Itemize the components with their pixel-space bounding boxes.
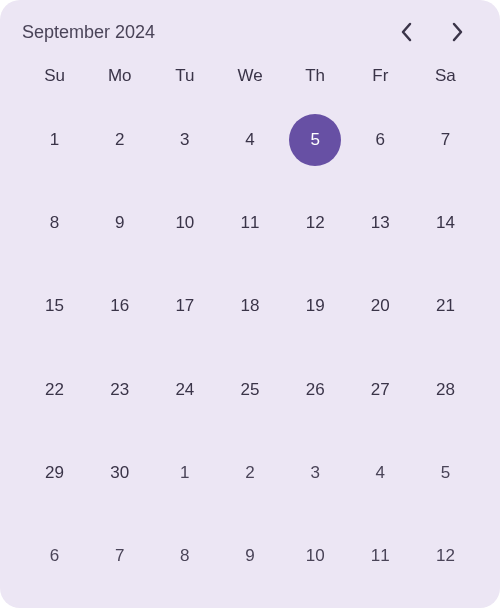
weekday-label: Su: [22, 60, 87, 92]
day-cell[interactable]: 10: [152, 181, 217, 264]
chevron-right-icon: [452, 22, 464, 42]
day-number: 22: [45, 380, 64, 400]
day-number: 15: [45, 296, 64, 316]
day-cell[interactable]: 9: [87, 181, 152, 264]
next-month-button[interactable]: [444, 18, 472, 46]
day-cell[interactable]: 27: [348, 348, 413, 431]
day-cell[interactable]: 10: [283, 515, 348, 598]
day-number: 6: [50, 546, 59, 566]
weekday-label: Mo: [87, 60, 152, 92]
day-number: 10: [175, 213, 194, 233]
day-number: 12: [306, 213, 325, 233]
day-cell[interactable]: 8: [152, 515, 217, 598]
day-number: 1: [180, 463, 189, 483]
month-year-title: September 2024: [22, 22, 155, 43]
day-number: 9: [245, 546, 254, 566]
day-number: 13: [371, 213, 390, 233]
day-number: 9: [115, 213, 124, 233]
day-number: 14: [436, 213, 455, 233]
day-number: 24: [175, 380, 194, 400]
month-nav: [392, 18, 478, 46]
weekday-label: Th: [283, 60, 348, 92]
day-number: 11: [241, 213, 260, 233]
day-number: 7: [441, 130, 450, 150]
day-cell[interactable]: 2: [87, 98, 152, 181]
day-cell[interactable]: 23: [87, 348, 152, 431]
day-number: 27: [371, 380, 390, 400]
day-number: 25: [241, 380, 260, 400]
day-number: 5: [441, 463, 450, 483]
day-number: 29: [45, 463, 64, 483]
day-cell[interactable]: 17: [152, 265, 217, 348]
prev-month-button[interactable]: [392, 18, 420, 46]
day-cell[interactable]: 5: [283, 98, 348, 181]
weekday-label: Tu: [152, 60, 217, 92]
day-cell[interactable]: 16: [87, 265, 152, 348]
day-number: 21: [436, 296, 455, 316]
day-number: 19: [306, 296, 325, 316]
calendar-header: September 2024: [22, 18, 478, 46]
day-cell[interactable]: 7: [87, 515, 152, 598]
weekday-label: We: [217, 60, 282, 92]
day-cell[interactable]: 14: [413, 181, 478, 264]
day-cell[interactable]: 9: [217, 515, 282, 598]
day-cell[interactable]: 6: [22, 515, 87, 598]
day-cell[interactable]: 15: [22, 265, 87, 348]
day-cell[interactable]: 28: [413, 348, 478, 431]
day-number: 30: [110, 463, 129, 483]
day-cell[interactable]: 12: [413, 515, 478, 598]
day-cell[interactable]: 3: [283, 431, 348, 514]
calendar-widget: September 2024 Su Mo Tu We Th Fr Sa 1234…: [0, 0, 500, 608]
day-cell[interactable]: 25: [217, 348, 282, 431]
day-cell[interactable]: 24: [152, 348, 217, 431]
day-cell[interactable]: 22: [22, 348, 87, 431]
day-cell[interactable]: 3: [152, 98, 217, 181]
day-number: 3: [310, 463, 319, 483]
day-number: 18: [241, 296, 260, 316]
day-cell[interactable]: 4: [348, 431, 413, 514]
chevron-left-icon: [400, 22, 412, 42]
day-cell[interactable]: 8: [22, 181, 87, 264]
day-cell[interactable]: 1: [22, 98, 87, 181]
day-cell[interactable]: 18: [217, 265, 282, 348]
day-number: 7: [115, 546, 124, 566]
weekday-row: Su Mo Tu We Th Fr Sa: [22, 60, 478, 92]
day-cell[interactable]: 11: [217, 181, 282, 264]
day-number: 17: [175, 296, 194, 316]
weekday-label: Sa: [413, 60, 478, 92]
day-number: 2: [115, 130, 124, 150]
day-number: 8: [180, 546, 189, 566]
day-cell[interactable]: 12: [283, 181, 348, 264]
day-number: 3: [180, 130, 189, 150]
day-number: 10: [306, 546, 325, 566]
weekday-label: Fr: [348, 60, 413, 92]
day-number: 2: [245, 463, 254, 483]
day-cell[interactable]: 20: [348, 265, 413, 348]
day-number: 12: [436, 546, 455, 566]
day-cell[interactable]: 11: [348, 515, 413, 598]
day-number: 28: [436, 380, 455, 400]
day-number: 4: [245, 130, 254, 150]
day-number: 5: [310, 130, 319, 150]
day-cell[interactable]: 29: [22, 431, 87, 514]
day-cell[interactable]: 26: [283, 348, 348, 431]
day-cell[interactable]: 19: [283, 265, 348, 348]
day-number: 6: [376, 130, 385, 150]
day-number: 26: [306, 380, 325, 400]
day-cell[interactable]: 13: [348, 181, 413, 264]
day-cell[interactable]: 1: [152, 431, 217, 514]
day-number: 11: [371, 546, 390, 566]
day-number: 16: [110, 296, 129, 316]
day-number: 1: [50, 130, 59, 150]
day-cell[interactable]: 2: [217, 431, 282, 514]
day-cell[interactable]: 7: [413, 98, 478, 181]
day-cell[interactable]: 21: [413, 265, 478, 348]
day-number: 20: [371, 296, 390, 316]
day-grid: 1234567891011121314151617181920212223242…: [22, 98, 478, 598]
day-number: 23: [110, 380, 129, 400]
day-cell[interactable]: 5: [413, 431, 478, 514]
day-number: 8: [50, 213, 59, 233]
day-cell[interactable]: 30: [87, 431, 152, 514]
day-cell[interactable]: 6: [348, 98, 413, 181]
day-cell[interactable]: 4: [217, 98, 282, 181]
